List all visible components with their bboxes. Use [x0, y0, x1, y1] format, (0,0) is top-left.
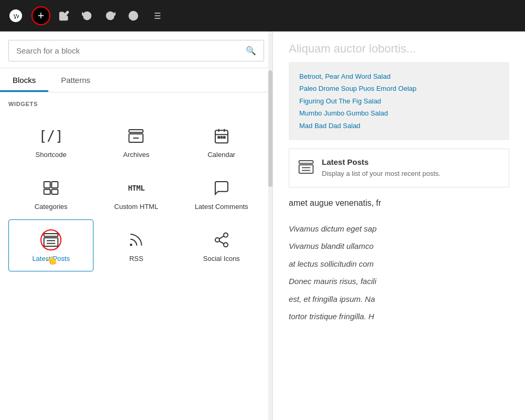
svg-text:W: W	[12, 13, 18, 19]
link-4[interactable]: Mumbo Jumbo Gumbo Salad	[299, 107, 499, 119]
widgets-section: WIDGETS [/] Shortcode	[0, 92, 272, 420]
link-1[interactable]: Betroot, Pear And Word Salad	[299, 70, 499, 82]
svg-rect-25	[44, 234, 58, 236]
svg-rect-23	[44, 190, 50, 194]
custom-html-label: Custom HTML	[114, 203, 159, 211]
block-item-custom-html[interactable]: HTML Custom HTML	[93, 167, 178, 219]
search-bar: 🔍	[0, 32, 272, 68]
categories-icon	[43, 178, 59, 197]
block-item-latest-comments[interactable]: Latest Comments	[179, 167, 264, 219]
block-item-latest-posts[interactable]: 👈 Latest Posts	[8, 219, 93, 271]
social-icons-label: Social Icons	[203, 255, 240, 262]
svg-rect-19	[220, 136, 222, 138]
shortcode-icon: [/]	[39, 127, 64, 145]
latest-posts-widget-preview: Latest Posts Display a list of your most…	[289, 149, 509, 188]
svg-rect-22	[51, 182, 58, 188]
add-block-button[interactable]: +	[32, 6, 50, 25]
block-item-rss[interactable]: RSS	[93, 219, 178, 271]
shortcode-label: Shortcode	[36, 151, 67, 159]
editor-content: Aliquam auctor lobortis... Betroot, Pear…	[273, 32, 525, 420]
block-grid: [/] Shortcode Archives	[8, 116, 264, 271]
latest-posts-info: Latest Posts Display a list of your most…	[322, 158, 440, 179]
latest-comments-label: Latest Comments	[195, 203, 248, 211]
list-view-button[interactable]	[147, 6, 166, 25]
calendar-label: Calendar	[207, 151, 235, 159]
wordpress-logo[interactable]: W	[6, 6, 25, 25]
svg-point-30	[224, 233, 228, 237]
search-input-wrap[interactable]: 🔍	[8, 40, 264, 61]
block-inserter-panel: 🔍 Blocks Patterns WIDGETS [/] Shortcode	[0, 32, 273, 420]
links-block: Betroot, Pear And Word Salad Paleo Drome…	[289, 62, 509, 140]
info-button[interactable]	[124, 6, 143, 25]
link-3[interactable]: Figuring Out The Fig Salad	[299, 95, 499, 107]
svg-rect-26	[44, 238, 58, 246]
search-input[interactable]	[16, 46, 246, 55]
editor-panel: Aliquam auctor lobortis... Betroot, Pear…	[273, 32, 525, 420]
edit-icon[interactable]	[55, 6, 74, 25]
svg-line-34	[219, 236, 224, 239]
tab-blocks[interactable]: Blocks	[0, 68, 48, 92]
italic-text-1: Vivamus dictum eget sap	[289, 222, 509, 236]
editor-top-text: Aliquam auctor lobortis...	[289, 42, 509, 56]
italic-text-3: at lectus sollicitudin com	[289, 257, 509, 271]
latest-posts-widget-icon	[298, 159, 314, 175]
scrollbar-track[interactable]	[268, 32, 272, 420]
svg-rect-18	[218, 136, 219, 138]
block-item-social-icons[interactable]: Social Icons	[179, 219, 264, 271]
scrollbar-thumb[interactable]	[268, 70, 272, 187]
wp-logo-icon: W	[8, 8, 23, 23]
categories-label: Categories	[35, 203, 68, 211]
redo-button[interactable]	[101, 6, 120, 25]
archives-label: Archives	[123, 151, 150, 159]
svg-rect-11	[129, 130, 143, 132]
social-icons-icon	[213, 230, 230, 249]
calendar-icon	[213, 127, 230, 145]
block-item-categories[interactable]: Categories	[8, 167, 93, 219]
tab-patterns[interactable]: Patterns	[48, 68, 103, 92]
main-layout: 🔍 Blocks Patterns WIDGETS [/] Shortcode	[0, 32, 525, 420]
svg-rect-35	[299, 161, 313, 163]
svg-line-33	[219, 241, 224, 244]
latest-posts-icon	[43, 230, 59, 249]
italic-text-2: Vivamus blandit ullamco	[289, 239, 509, 253]
body-text: amet augue venenatis, fr	[289, 196, 509, 210]
archives-icon	[128, 127, 144, 145]
tabs: Blocks Patterns	[0, 68, 272, 92]
rss-label: RSS	[129, 255, 143, 262]
latest-posts-title: Latest Posts	[322, 158, 440, 166]
svg-rect-21	[44, 182, 50, 188]
italic-text-5: est, et fringilla ipsum. Na	[289, 292, 509, 306]
italic-text-4: Donec mauris risus, facili	[289, 275, 509, 288]
undo-button[interactable]	[78, 6, 97, 25]
svg-rect-20	[224, 136, 225, 138]
toolbar: W +	[0, 0, 525, 32]
svg-point-31	[215, 238, 219, 242]
italic-text-6: tortor tristique fringilla. H	[289, 310, 509, 323]
svg-point-29	[131, 244, 132, 246]
widgets-label: WIDGETS	[8, 101, 264, 107]
block-item-calendar[interactable]: Calendar	[179, 116, 264, 167]
block-item-shortcode[interactable]: [/] Shortcode	[8, 116, 93, 167]
link-5[interactable]: Mad Bad Dad Salad	[299, 120, 499, 132]
svg-rect-24	[51, 190, 58, 194]
html-icon: HTML	[128, 178, 145, 197]
latest-posts-desc: Display a list of your most recent posts…	[322, 169, 440, 179]
block-item-archives[interactable]: Archives	[93, 116, 178, 167]
link-2[interactable]: Paleo Drome Soup Puos Emord Oelap	[299, 82, 499, 94]
svg-point-32	[224, 243, 228, 247]
svg-rect-36	[299, 165, 313, 173]
search-icon: 🔍	[246, 46, 256, 56]
comments-icon	[213, 178, 230, 197]
rss-icon	[128, 230, 144, 249]
